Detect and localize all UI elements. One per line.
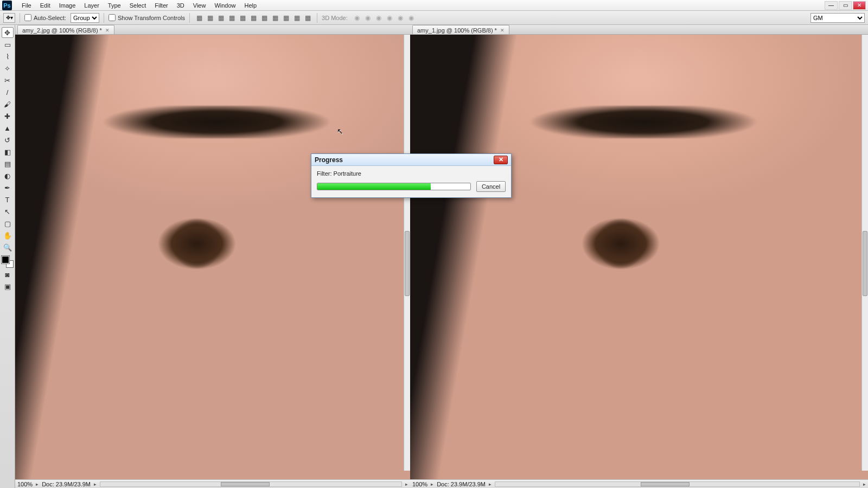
workspace: ✥▭⌇✧✂/🖌✚▲↺◧▤◐✒T↖▢✋🔍◙▣ amy_2.jpg @ 100% (…: [0, 25, 868, 488]
distribute-w-icon[interactable]: ▦: [281, 13, 291, 23]
align-top-icon[interactable]: ▦: [227, 13, 237, 23]
align-bottom-icon[interactable]: ▦: [248, 13, 258, 23]
menu-image[interactable]: Image: [55, 1, 80, 10]
minimize-button[interactable]: —: [825, 1, 838, 10]
menu-help[interactable]: Help: [240, 1, 261, 10]
eyedropper-tool-icon[interactable]: /: [2, 87, 14, 98]
align-vcenter-icon[interactable]: ▦: [238, 13, 247, 23]
menu-view[interactable]: View: [189, 1, 210, 10]
dialog-title: Progress: [315, 156, 343, 164]
path-select-tool-icon[interactable]: ↖: [2, 206, 14, 217]
scroll-thumb[interactable]: [221, 482, 270, 486]
menu-file[interactable]: File: [17, 1, 36, 10]
align-icons-group: ▦▦▦▦▦▦▦▦▦▦▦: [194, 13, 312, 23]
menu-window[interactable]: Window: [210, 1, 240, 10]
align-hcenter-icon[interactable]: ▦: [205, 13, 215, 23]
status-bar: 100% ▸ Doc: 23.9M/23.9M ▸ ▸: [410, 479, 868, 488]
camera-icon[interactable]: ◉: [406, 13, 416, 23]
menu-select[interactable]: Select: [125, 1, 151, 10]
foreground-swatch[interactable]: [2, 256, 9, 264]
hand-tool-icon[interactable]: ✋: [2, 230, 14, 241]
crop-tool-icon[interactable]: ✂: [2, 75, 14, 86]
orbit-icon[interactable]: ◉: [352, 13, 362, 23]
vertical-scrollbar[interactable]: [404, 35, 410, 471]
canvas[interactable]: [15, 35, 410, 479]
auto-select-mode-select[interactable]: Group: [71, 13, 99, 23]
info-menu-icon[interactable]: ▸: [489, 481, 492, 487]
dodge-tool-icon[interactable]: ◐: [2, 170, 14, 181]
screen-mode-icon[interactable]: ▣: [2, 281, 14, 292]
mode3d-label: 3D Mode:: [322, 15, 348, 21]
lasso-tool-icon[interactable]: ⌇: [2, 51, 14, 62]
dialog-close-button[interactable]: ✕: [494, 156, 508, 164]
menu-layer[interactable]: Layer: [80, 1, 104, 10]
close-icon[interactable]: ✕: [500, 28, 505, 33]
close-icon[interactable]: ✕: [105, 28, 110, 33]
horizontal-scrollbar[interactable]: [100, 481, 402, 487]
workspace-select[interactable]: GM: [810, 13, 865, 23]
doc-size-info: Doc: 23.9M/23.9M: [437, 481, 486, 487]
auto-select-input[interactable]: [24, 14, 31, 21]
horizontal-scrollbar[interactable]: [495, 481, 860, 487]
cancel-button[interactable]: Cancel: [476, 181, 506, 192]
slide-icon[interactable]: ◉: [385, 13, 394, 23]
shape-tool-icon[interactable]: ▢: [2, 218, 14, 229]
magic-wand-tool-icon[interactable]: ✧: [2, 63, 14, 74]
clone-stamp-tool-icon[interactable]: ▲: [2, 123, 14, 133]
zoom-level[interactable]: 100%: [412, 481, 427, 487]
scroll-right-icon[interactable]: ▸: [405, 481, 408, 487]
status-bar: 100% ▸ Doc: 23.9M/23.9M ▸ ▸: [15, 479, 410, 488]
quick-mask-icon[interactable]: ◙: [2, 269, 14, 280]
rect-marquee-tool-icon[interactable]: ▭: [2, 39, 14, 50]
distribute-spacing-icon[interactable]: ▦: [292, 13, 302, 23]
info-menu-icon[interactable]: ▸: [94, 481, 97, 487]
canvas[interactable]: [410, 35, 868, 479]
move-tool-icon[interactable]: ✥: [2, 27, 14, 38]
options-bar: ✥▾ Auto-Select: Group Show Transform Con…: [0, 11, 868, 25]
auto-select-checkbox[interactable]: Auto-Select:: [24, 14, 66, 21]
pan-icon[interactable]: ◉: [374, 13, 384, 23]
zoom-tool-icon[interactable]: 🔍: [2, 242, 14, 253]
zoom-menu-icon[interactable]: ▸: [431, 481, 433, 487]
eraser-tool-icon[interactable]: ◧: [2, 146, 14, 157]
menu-edit[interactable]: Edit: [36, 1, 55, 10]
mode3d-icons-group: ◉◉◉◉◉◉: [352, 13, 416, 23]
document-tab[interactable]: amy_1.jpg @ 100% (RGB/8) * ✕: [412, 25, 509, 34]
pen-tool-icon[interactable]: ✒: [2, 182, 14, 193]
history-brush-tool-icon[interactable]: ↺: [2, 134, 14, 145]
zoom-menu-icon[interactable]: ▸: [36, 481, 39, 487]
menu-3d[interactable]: 3D: [173, 1, 189, 10]
menu-filter[interactable]: Filter: [150, 1, 172, 10]
separator: [104, 13, 104, 23]
auto-align-icon[interactable]: ▦: [303, 13, 312, 23]
doc-size-info: Doc: 23.9M/23.9M: [42, 481, 91, 487]
brush-tool-icon[interactable]: 🖌: [2, 99, 14, 110]
type-tool-icon[interactable]: T: [2, 194, 14, 205]
separator: [317, 13, 317, 23]
show-transform-checkbox[interactable]: Show Transform Controls: [108, 14, 185, 21]
align-right-icon[interactable]: ▦: [216, 13, 226, 23]
zoom-level[interactable]: 100%: [17, 481, 33, 487]
align-left-icon[interactable]: ▦: [194, 13, 204, 23]
healing-brush-tool-icon[interactable]: ✚: [2, 111, 14, 121]
close-window-button[interactable]: ✕: [853, 1, 866, 10]
current-tool-icon[interactable]: ✥▾: [3, 13, 15, 23]
scroll-thumb[interactable]: [405, 231, 410, 296]
menu-type[interactable]: Type: [104, 1, 125, 10]
scroll-right-icon[interactable]: ▸: [863, 481, 866, 487]
gradient-tool-icon[interactable]: ▤: [2, 158, 14, 169]
zoom3d-icon[interactable]: ◉: [395, 13, 405, 23]
show-transform-input[interactable]: [108, 14, 116, 21]
app-logo: Ps: [2, 1, 12, 10]
dialog-titlebar[interactable]: Progress ✕: [311, 154, 511, 166]
distribute-h-icon[interactable]: ▦: [259, 13, 269, 23]
distribute-v-icon[interactable]: ▦: [270, 13, 280, 23]
scroll-thumb[interactable]: [863, 231, 867, 296]
scroll-thumb[interactable]: [641, 482, 690, 486]
vertical-scrollbar[interactable]: [861, 35, 868, 471]
roll-icon[interactable]: ◉: [363, 13, 373, 23]
maximize-button[interactable]: ▭: [839, 1, 852, 10]
color-swatches[interactable]: [2, 256, 14, 268]
document-tab[interactable]: amy_2.jpg @ 100% (RGB/8) * ✕: [17, 25, 114, 34]
dialog-label: Filter: Portraiture: [317, 170, 506, 177]
